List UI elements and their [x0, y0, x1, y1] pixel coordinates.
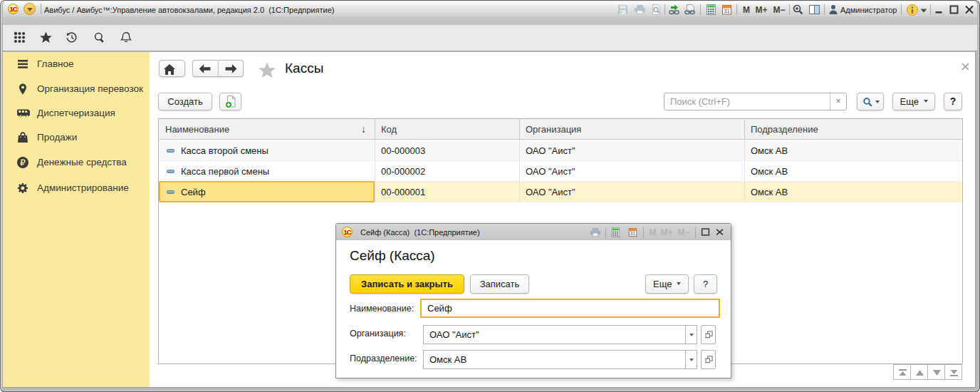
svg-text:31: 31: [630, 231, 636, 236]
svg-text:31: 31: [724, 8, 729, 14]
